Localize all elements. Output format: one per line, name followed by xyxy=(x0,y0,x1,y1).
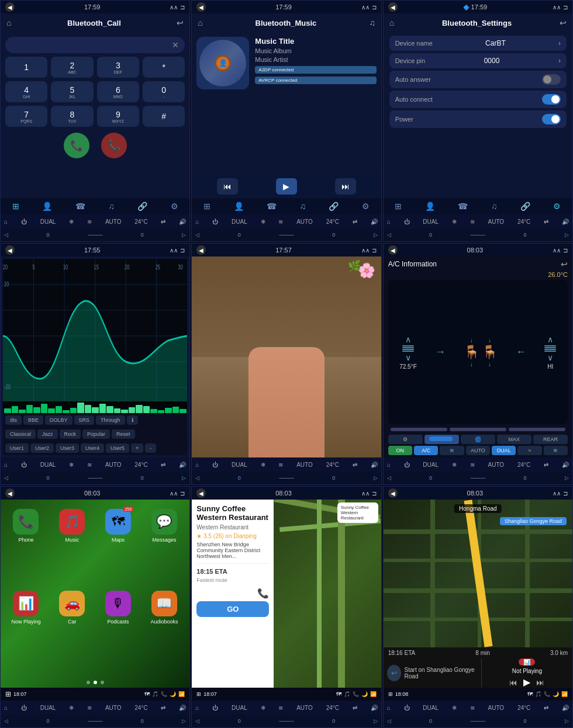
vol-icon-6[interactable]: 🔊 xyxy=(562,462,569,468)
home-clim-8[interactable]: ⌂ xyxy=(195,705,199,711)
fwd-arrow-5[interactable]: ▷ xyxy=(374,475,378,481)
power-clim-1[interactable]: ⏻ xyxy=(21,219,27,225)
ac-dual-btn[interactable]: DUAL xyxy=(492,446,516,455)
back-button-2[interactable]: ◀ xyxy=(196,2,206,12)
back-button-1[interactable]: ◀ xyxy=(5,2,15,12)
dot-3[interactable] xyxy=(101,681,104,684)
app-music[interactable]: 🎵 Music xyxy=(51,509,93,586)
vol-icon-4[interactable]: 🔊 xyxy=(179,462,186,468)
snowflake-6[interactable]: ❄ xyxy=(452,462,457,468)
music-nav-icon[interactable]: ♫ xyxy=(108,202,115,211)
back-button-5[interactable]: ◀ xyxy=(196,245,206,255)
fan-9[interactable]: ≋ xyxy=(470,705,475,711)
eq-btn-minus[interactable]: - xyxy=(145,443,156,453)
dial-9[interactable]: 9WXYZ xyxy=(97,106,139,127)
phone-nav-icon[interactable]: ☎ xyxy=(75,202,85,211)
back-arrow-2[interactable]: ◁ xyxy=(195,232,199,238)
app-podcasts[interactable]: 🎙 Podcasts xyxy=(98,591,139,668)
cp-map-8[interactable]: 🗺 xyxy=(336,691,341,697)
back-arrow-8[interactable]: ◁ xyxy=(195,718,199,724)
dot-1[interactable] xyxy=(87,681,90,684)
device-name-row[interactable]: Device name CarBT › xyxy=(389,36,567,51)
ac-spin-btn[interactable]: 🌀 xyxy=(461,435,495,444)
back-arrow-6[interactable]: ◁ xyxy=(387,475,391,481)
dial-5[interactable]: 5JKL xyxy=(51,81,93,102)
home-clim-9[interactable]: ⌂ xyxy=(387,705,391,711)
ac-ac-btn[interactable]: A/C xyxy=(414,446,438,455)
home-clim-2[interactable]: ⌂ xyxy=(195,219,199,225)
dial-star[interactable]: * xyxy=(143,57,185,78)
eq-btn-user1[interactable]: User1 xyxy=(5,443,29,453)
eq-btn-dts[interactable]: dts xyxy=(5,415,22,425)
play-ctrl[interactable]: ▶ xyxy=(523,677,530,688)
cp-music-8[interactable]: 🎵 xyxy=(344,691,350,697)
dial-6[interactable]: 6MNO xyxy=(97,81,139,102)
vol-icon-3[interactable]: 🔊 xyxy=(562,219,569,225)
return-icon-3[interactable]: ↩ xyxy=(560,18,567,27)
dot-2[interactable] xyxy=(94,681,97,684)
ac-defrost-btn[interactable]: ≈ xyxy=(517,446,541,455)
fwd-arrow-8[interactable]: ▷ xyxy=(374,718,378,724)
power-clim-6[interactable]: ⏻ xyxy=(404,462,410,468)
fan-1[interactable]: ≋ xyxy=(87,219,92,225)
grid-nav-icon[interactable]: ⊞ xyxy=(12,202,19,211)
eq-btn-user2[interactable]: User2 xyxy=(30,443,54,453)
back-button-9[interactable]: ◀ xyxy=(388,488,398,498)
snowflake-5[interactable]: ❄ xyxy=(261,462,265,468)
fwd-arrow-3[interactable]: ▷ xyxy=(565,232,569,238)
dial-1[interactable]: 1 xyxy=(5,57,47,78)
back-arrow-3[interactable]: ◁ xyxy=(387,232,391,238)
prev-button[interactable]: ⏮ xyxy=(217,178,238,195)
sync-7[interactable]: ⇄ xyxy=(161,705,165,711)
app-maps[interactable]: 🗺 259 Maps xyxy=(98,509,139,586)
fwd-arrow-7[interactable]: ▷ xyxy=(182,718,186,724)
fwd-arrow-9[interactable]: ▷ xyxy=(565,718,569,724)
eq-btn-popular[interactable]: Popular xyxy=(82,429,110,439)
cp-grid-icon[interactable]: ⊞ xyxy=(5,690,11,698)
eq-btn-rock[interactable]: Rock xyxy=(60,429,81,439)
go-button[interactable]: GO xyxy=(196,601,269,617)
settings-nav-icon-2[interactable]: ⚙ xyxy=(362,202,370,211)
grid-nav-icon-2[interactable]: ⊞ xyxy=(203,202,210,211)
vol-slider-1[interactable]: ──── xyxy=(88,232,103,238)
cp-phone-9[interactable]: 📞 xyxy=(544,691,550,697)
home-clim-4[interactable]: ⌂ xyxy=(4,462,8,468)
snowflake-1[interactable]: ❄ xyxy=(69,219,74,225)
home-clim-6[interactable]: ⌂ xyxy=(387,462,391,468)
vol-slider-3[interactable]: ──── xyxy=(471,232,486,238)
eq-btn-classical[interactable]: Classical xyxy=(5,429,36,439)
dial-0[interactable]: 0- xyxy=(143,81,185,102)
cp-phone-8[interactable]: 📞 xyxy=(353,691,359,697)
dial-7[interactable]: 7PQRS xyxy=(5,106,47,127)
back-arrow-5[interactable]: ◁ xyxy=(195,475,199,481)
cp-grid-9[interactable]: ⊞ xyxy=(388,691,393,697)
home-icon-1[interactable]: ⌂ xyxy=(6,18,11,27)
answer-button[interactable]: 📞 xyxy=(64,133,89,158)
back-button-3[interactable]: ◀ xyxy=(388,2,398,12)
app-car[interactable]: 🚗 Car xyxy=(51,591,93,668)
vol-icon-8[interactable]: 🔊 xyxy=(371,705,378,711)
cp-grid-8[interactable]: ⊞ xyxy=(196,691,201,697)
ac-back-icon[interactable]: ↩ xyxy=(561,259,568,269)
ac-max-btn[interactable]: MAX xyxy=(497,435,531,444)
ac-rear-btn[interactable]: REAR xyxy=(533,435,568,444)
vol-slider-8[interactable]: ──── xyxy=(279,718,294,724)
cp-music-9[interactable]: 🎵 xyxy=(535,691,541,697)
fan-6[interactable]: ≋ xyxy=(470,462,475,468)
power-clim-7[interactable]: ⏻ xyxy=(21,705,27,711)
link-nav-icon[interactable]: 🔗 xyxy=(137,202,147,211)
grid-nav-icon-3[interactable]: ⊞ xyxy=(395,202,402,211)
person-nav-icon-3[interactable]: 👤 xyxy=(425,202,435,211)
vol-slider-2[interactable]: ──── xyxy=(279,232,294,238)
vol-1[interactable]: 🔊 xyxy=(179,219,186,225)
fan-4[interactable]: ≋ xyxy=(87,462,92,468)
fan-7[interactable]: ≋ xyxy=(87,705,92,711)
vol-icon-5[interactable]: 🔊 xyxy=(371,462,378,468)
sync-6[interactable]: ⇄ xyxy=(544,462,548,468)
fwd-arrow-4[interactable]: ▷ xyxy=(182,475,186,481)
settings-nav-icon-3[interactable]: ⚙ xyxy=(553,202,561,211)
sync-8[interactable]: ⇄ xyxy=(353,705,357,711)
eq-btn-reset[interactable]: Reset xyxy=(112,429,135,439)
back-button-8[interactable]: ◀ xyxy=(196,488,206,498)
vol-icon-2[interactable]: 🔊 xyxy=(371,219,378,225)
